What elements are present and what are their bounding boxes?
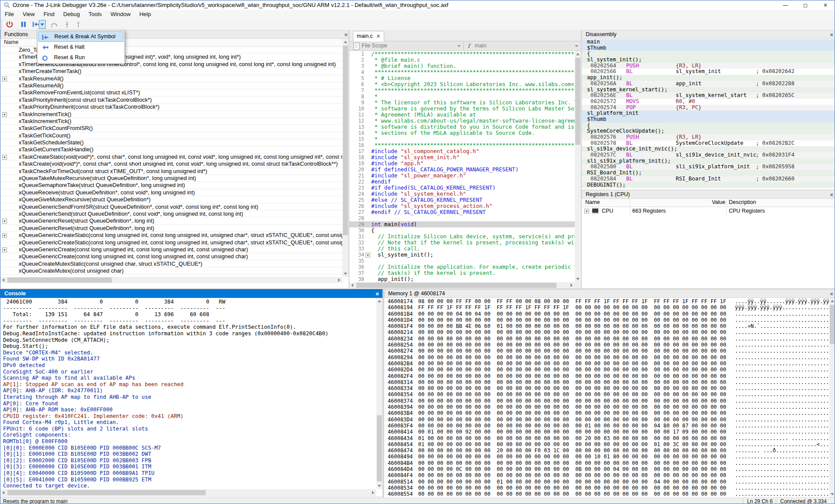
expand-icon[interactable] bbox=[584, 209, 589, 214]
code-line[interactable]: 34 sl_system_init(); bbox=[349, 252, 575, 258]
chevron-down-icon[interactable] bbox=[457, 45, 461, 47]
code-line[interactable]: 18#include "sl_system_init.h" bbox=[349, 154, 575, 160]
memory-vertical-scrollbar[interactable] bbox=[829, 298, 835, 497]
expand-icon[interactable] bbox=[2, 155, 7, 160]
code-line[interactable]: 7 **************************************… bbox=[349, 87, 575, 93]
code-line[interactable]: 14 * sections of the MSLA applicable to … bbox=[349, 130, 575, 136]
function-row[interactable]: xQueueGenericReset(struct QueueDefinitio… bbox=[0, 217, 342, 224]
code-line[interactable]: 5 * # License bbox=[349, 75, 575, 81]
close-icon[interactable] bbox=[343, 32, 349, 38]
function-row[interactable]: xQueueReceive(struct QueueDefinition*, c… bbox=[0, 189, 342, 196]
function-row[interactable]: xTaskGetTickCountFromISR() bbox=[0, 125, 342, 132]
menubar-item-find[interactable]: Find bbox=[39, 10, 59, 19]
code-line[interactable]: 22#endif bbox=[349, 179, 575, 185]
disassembly-listing[interactable]: main$Thumb{sl_system_init();08202564PUSH… bbox=[582, 39, 835, 189]
close-icon[interactable] bbox=[828, 291, 835, 297]
functions-horizontal-scrollbar[interactable] bbox=[0, 277, 342, 283]
function-selector[interactable]: main bbox=[475, 41, 486, 50]
functions-list[interactable]: Zero_Table()xTimerPendFunctionCall(void(… bbox=[0, 47, 342, 277]
reset-dropdown-button[interactable] bbox=[39, 20, 46, 29]
code-line[interactable]: 33 // this call. bbox=[349, 246, 575, 252]
maximize-icon[interactable]: ◻ bbox=[795, 0, 815, 10]
function-row[interactable]: xTaskIncrementTick() bbox=[0, 118, 342, 125]
function-row[interactable]: xQueueCreateMutexStatic(const unsigned c… bbox=[0, 260, 342, 267]
function-row[interactable]: xQueueGenericCreate(const long unsigned … bbox=[0, 253, 342, 260]
menu-item-reset-break-at-symbol[interactable]: Reset & Break At Symbol bbox=[38, 31, 124, 42]
console-horizontal-scrollbar[interactable] bbox=[0, 489, 376, 496]
step-out-button[interactable] bbox=[74, 20, 83, 29]
code-line[interactable]: 31 // Initialize Silicon Labs device, sy… bbox=[349, 234, 575, 240]
code-line[interactable]: 8 * bbox=[349, 93, 575, 100]
code-line[interactable]: 35 bbox=[349, 258, 575, 264]
function-row[interactable]: xTaskPriorityDisinherit(const struct tsk… bbox=[0, 103, 342, 110]
expand-icon[interactable] bbox=[2, 247, 7, 252]
fold-icon[interactable] bbox=[366, 253, 370, 257]
column-name[interactable]: Name bbox=[585, 199, 600, 205]
step-into-button[interactable] bbox=[62, 20, 72, 29]
functions-vertical-scrollbar[interactable] bbox=[342, 39, 349, 277]
code-line[interactable]: 13 * software is distributed to you in S… bbox=[349, 124, 575, 130]
column-description[interactable]: Description bbox=[729, 199, 756, 205]
function-row[interactable]: xTaskResumeAll() bbox=[0, 75, 342, 82]
expand-icon[interactable] bbox=[2, 219, 7, 224]
menubar-item-view[interactable]: View bbox=[18, 10, 39, 19]
menubar-item-file[interactable]: File bbox=[0, 10, 18, 19]
menubar-item-help[interactable]: Help bbox=[135, 10, 155, 19]
function-row[interactable]: xQueueGenericSend(struct QueueDefinition… bbox=[0, 210, 342, 217]
code-line[interactable]: 27#endif // SL_CATALOG_KERNEL_PRESENT bbox=[349, 209, 575, 215]
function-row[interactable]: xTaskResumeAll() bbox=[0, 82, 342, 89]
function-row[interactable]: xQueueGenericCreateStatic(const long uns… bbox=[0, 232, 342, 239]
expand-icon[interactable] bbox=[2, 233, 7, 238]
close-icon[interactable] bbox=[374, 291, 380, 297]
code-line[interactable]: 32 // Note that if the kernel is present… bbox=[349, 240, 575, 246]
menubar-item-tools[interactable]: Tools bbox=[84, 10, 106, 19]
code-line[interactable]: 36 // Initialize the application. For ex… bbox=[349, 264, 575, 270]
function-row[interactable]: xTaskCreateStatic(void(void*)*, const ch… bbox=[0, 154, 342, 160]
editor-vertical-scrollbar[interactable] bbox=[575, 51, 581, 282]
pause-button[interactable] bbox=[19, 20, 28, 29]
function-row[interactable]: xQueueGiveMutexRecursive(struct QueueDef… bbox=[0, 196, 342, 203]
tab-main-c[interactable]: main.c✕ bbox=[353, 31, 384, 42]
code-line[interactable]: 23#if defined(SL_CATALOG_KERNEL_PRESENT) bbox=[349, 185, 575, 191]
close-icon[interactable]: ✕ bbox=[815, 0, 835, 10]
close-icon[interactable] bbox=[828, 192, 835, 198]
function-row[interactable]: xTaskCheckForTimeOut(const struct xTIME_… bbox=[0, 168, 342, 175]
code-line[interactable]: 6 * <b>Copyright 2023 Silicon Laboratori… bbox=[349, 81, 575, 87]
code-line[interactable]: 26#include "sl_system_process_action.h" bbox=[349, 203, 575, 209]
menubar-item-window[interactable]: Window bbox=[106, 10, 135, 19]
minimize-icon[interactable]: — bbox=[775, 0, 795, 10]
code-line[interactable]: 11 * Agreement (MSLA) available at bbox=[349, 112, 575, 118]
step-over-button[interactable] bbox=[49, 20, 59, 29]
expand-icon[interactable] bbox=[2, 77, 7, 81]
code-line[interactable]: 25#else // SL_CATALOG_KERNEL_PRESENT bbox=[349, 197, 575, 203]
code-line[interactable]: 19#include "app.h" bbox=[349, 160, 575, 167]
code-line[interactable]: 12 * www.silabs.com/about-us/legal/maste… bbox=[349, 118, 575, 124]
function-row[interactable]: xTaskGetCurrentTaskHandle() bbox=[0, 146, 342, 153]
tab-close-icon[interactable]: ✕ bbox=[376, 33, 380, 39]
column-value[interactable]: Value bbox=[682, 199, 725, 205]
function-row[interactable]: xQueueGenericCreate(const long unsigned … bbox=[0, 246, 342, 253]
function-row[interactable]: xTaskRemoveFromEventList(const struct xL… bbox=[0, 89, 342, 96]
register-row-cpu[interactable]: CPU 663 Registers CPU Registers bbox=[582, 207, 835, 215]
function-row[interactable]: xTimerCreateTimerTask() bbox=[0, 68, 342, 75]
file-scope-selector[interactable]: File Scope bbox=[362, 41, 387, 50]
function-row[interactable]: xTaskCreate(void(void*)*, const char*, c… bbox=[0, 160, 342, 167]
code-line[interactable]: 28 bbox=[349, 215, 575, 221]
code-line[interactable]: 24#include "sl_system_kernel.h" bbox=[349, 191, 575, 197]
code-line[interactable]: 21#include "sl_power_manager.h" bbox=[349, 173, 575, 179]
menubar-item-debug[interactable]: Debug bbox=[59, 10, 84, 19]
function-row[interactable]: xTaskPriorityInherit(const struct tskTas… bbox=[0, 97, 342, 103]
code-line[interactable]: 29int main(void) bbox=[349, 221, 575, 227]
code-line[interactable]: 20#if defined(SL_CATALOG_POWER_MANAGER_P… bbox=[349, 167, 575, 173]
close-icon[interactable] bbox=[828, 32, 835, 38]
code-line[interactable]: 9 * The licensor of this software is Sil… bbox=[349, 100, 575, 106]
function-row[interactable]: xQueueGenericReset(struct QueueDefinitio… bbox=[0, 225, 342, 232]
console-log[interactable]: 24061C00 384 0 0 384 0 RW--------- -----… bbox=[3, 299, 373, 490]
function-row[interactable]: xQueueGenericSendFromISR(struct QueueDef… bbox=[0, 204, 342, 210]
code-editor[interactable]: 1/**************************************… bbox=[349, 51, 575, 282]
code-line[interactable]: 1/**************************************… bbox=[349, 51, 575, 57]
code-line[interactable]: 30{ bbox=[349, 227, 575, 234]
code-line[interactable]: 10 * software is governed by the terms o… bbox=[349, 106, 575, 112]
function-row[interactable]: xQueueTakeMutexRecursive(struct QueueDef… bbox=[0, 175, 342, 182]
function-row[interactable]: xQueueSemaphoreTake(struct QueueDefiniti… bbox=[0, 182, 342, 189]
